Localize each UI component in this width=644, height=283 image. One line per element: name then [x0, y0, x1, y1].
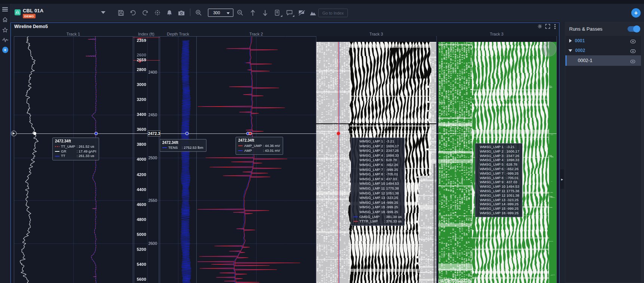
- tooltip-row: TENS: 2752.53 lbm: [162, 145, 203, 150]
- run-item-0002[interactable]: 0002: [565, 46, 641, 55]
- tooltip-depth-title: 2472.34ft: [238, 138, 280, 143]
- index-tick-label: 4000: [137, 157, 146, 162]
- tooltip-curve-value: : 1051.38: [505, 193, 519, 198]
- curve-marker: [249, 132, 252, 135]
- mountains-icon[interactable]: [310, 9, 316, 16]
- crosshair-depth-label: 2472.3: [148, 130, 160, 136]
- top-toolbar: CBL 01A DEMO 300: [10, 4, 644, 22]
- goto-index-button[interactable]: Go to Index: [318, 9, 348, 17]
- index-tick-label: 5600: [137, 277, 146, 282]
- curve-color-dash: [353, 146, 358, 147]
- tooltip-curve-value: : -999.25: [505, 171, 519, 176]
- depth-header[interactable]: Depth Track: [167, 32, 189, 36]
- tooltip-row: WMSG_LMP 1: -3.21: [478, 145, 519, 149]
- burst-icon[interactable]: [154, 9, 161, 16]
- curve-color-dash: [478, 177, 478, 178]
- add-button[interactable]: +: [631, 8, 641, 18]
- tooltip-row: TT: 261.33 us: [55, 154, 96, 159]
- crosshair-handle[interactable]: [11, 131, 17, 136]
- curve-color-dash: [353, 174, 358, 175]
- index-tick-label: 5000: [137, 232, 146, 237]
- undo-icon[interactable]: [130, 9, 137, 16]
- track3-bw-tooltip: WMSG_LMP 1: -3.21WMSG_LMP 2: 1606.17WMSG…: [351, 138, 405, 226]
- save-icon[interactable]: [117, 9, 124, 16]
- tooltip-curve-value: : 2752.53 lbm: [182, 145, 203, 150]
- track3b-header[interactable]: Track 3: [490, 32, 503, 36]
- arrow-up-icon[interactable]: [249, 9, 256, 16]
- tooltip-row: WMSG_LMP 3: 2347.26: [353, 148, 402, 153]
- tooltip-curve-value: : -999.25: [505, 202, 519, 206]
- redo-icon[interactable]: [142, 9, 148, 16]
- tooltip-curve-name: WMSG_LMP 9: [359, 177, 384, 182]
- depth-tick-label: 2400: [148, 70, 157, 74]
- zoom-level-select[interactable]: 300: [208, 9, 233, 17]
- arrow-down-icon[interactable]: [262, 9, 269, 16]
- tooltip-curve-name: WMSG_LMP 13: [359, 196, 384, 200]
- tooltip-curve-value: : -999.25: [384, 210, 398, 215]
- run-item-0001[interactable]: 0001: [565, 36, 641, 46]
- app-logo[interactable]: [15, 9, 21, 15]
- tooltip-curve-name: WMSG_LMP 1: [359, 139, 384, 144]
- collapse-handle[interactable]: ▸: [560, 169, 564, 189]
- crosshair-line: [11, 133, 556, 134]
- runs-passes-toggle[interactable]: [628, 26, 640, 32]
- track2-header[interactable]: Track 2: [249, 32, 263, 36]
- curve-color-dash: [353, 164, 358, 165]
- scroll-top-button[interactable]: [542, 41, 556, 56]
- tooltip-curve-name: TENS: [168, 145, 182, 150]
- link-icon[interactable]: [630, 39, 636, 43]
- tooltip-curve-name: WMSG_LMP 6: [480, 167, 505, 171]
- comment-icon[interactable]: [286, 9, 293, 16]
- track1-tooltip: 2472.34ftTT_UMP: 261.52 usGR: 17.49 gAPI…: [52, 138, 99, 160]
- star-icon[interactable]: [2, 27, 8, 33]
- link-icon[interactable]: [630, 48, 636, 53]
- index-tick-label: 4200: [137, 172, 146, 177]
- curve-color-dash: [353, 216, 358, 217]
- track3a-header[interactable]: Track 3: [369, 32, 383, 36]
- tooltip-curve-value: : 381.34 us: [384, 215, 402, 219]
- index-gap-label: 2659: [137, 58, 146, 62]
- tooltip-curve-value: : -999.25: [505, 211, 519, 215]
- wireline-panel: Wireline Demo5 Track 1 Index (ft) Depth …: [10, 22, 559, 283]
- tooltip-curve-value: : 628.78: [384, 158, 397, 163]
- chevron-right-icon[interactable]: [569, 39, 572, 43]
- more-icon[interactable]: [552, 24, 557, 29]
- bell-icon[interactable]: [166, 9, 173, 16]
- tooltip-curve-name: TT: [61, 154, 77, 159]
- index-tick-label: 4600: [137, 202, 146, 207]
- tooltip-curve-value: : 44.36 mV: [263, 144, 280, 148]
- track1-header[interactable]: Track 1: [67, 32, 80, 36]
- tooltip-curve-value: : -999.25: [384, 167, 398, 172]
- zoom-level-value: 300: [213, 10, 220, 15]
- tooltip-curve-value: : -3.21: [384, 139, 394, 144]
- menu-icon[interactable]: [2, 6, 8, 12]
- comment-off-icon[interactable]: [298, 9, 305, 16]
- tooltip-curve-name: WMSG_LMP 14: [359, 200, 384, 205]
- pass-item-0002-1[interactable]: 0002-1: [565, 55, 641, 66]
- tooltip-row: WMSG_LMP 7: -999.25: [478, 171, 519, 176]
- tooltip-curve-value: : -999.25: [384, 205, 398, 210]
- chevron-down-icon[interactable]: [568, 49, 572, 52]
- tooltip-row: TT_UMP: 261.52 us: [55, 144, 96, 149]
- add-circle-icon[interactable]: +: [2, 47, 8, 53]
- activity-icon[interactable]: [2, 37, 8, 43]
- tooltip-curve-name: TT_UMP: [61, 144, 77, 149]
- well-title[interactable]: CBL 01A: [23, 8, 43, 13]
- index-tick-label: 3800: [137, 142, 146, 147]
- settings-icon[interactable]: [537, 24, 542, 29]
- curve-color-dash: [478, 182, 478, 182]
- index-header[interactable]: Index (ft): [138, 32, 154, 36]
- expand-icon[interactable]: [545, 24, 550, 29]
- tooltip-curve-name: WMSG_LMP 4: [480, 158, 505, 162]
- zoom-in-icon[interactable]: [195, 9, 202, 16]
- tooltip-curve-name: WMSG_LMP 1: [480, 145, 505, 149]
- zoom-out-icon[interactable]: [237, 9, 243, 16]
- link-icon[interactable]: [630, 58, 636, 63]
- index-tick-label: 3400: [137, 112, 146, 117]
- title-dropdown-caret[interactable]: [101, 11, 105, 14]
- home-icon[interactable]: [2, 16, 8, 22]
- camera-icon[interactable]: [178, 9, 185, 16]
- curve-color-dash: [353, 184, 358, 184]
- panel-title: Wireline Demo5: [14, 24, 48, 29]
- device-export-icon[interactable]: [274, 9, 281, 16]
